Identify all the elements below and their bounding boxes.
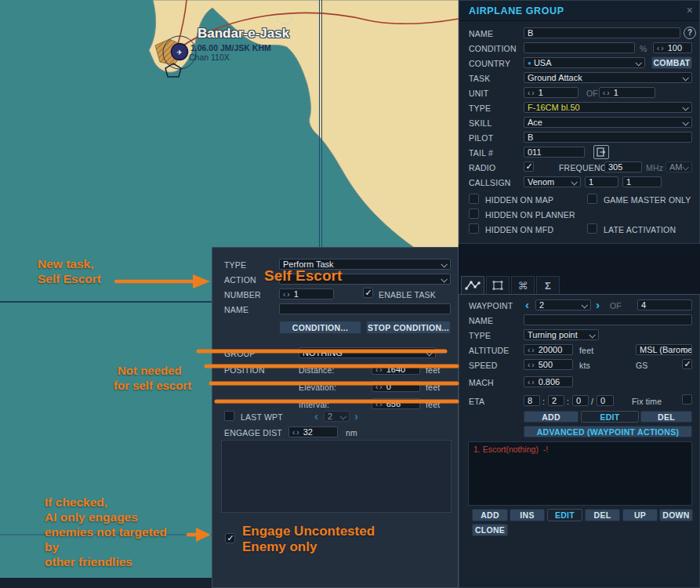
skill-dropdown[interactable]: Ace — [524, 117, 692, 128]
callsign-dropdown[interactable]: Venom — [524, 176, 581, 187]
mach-label: MACH — [469, 378, 494, 387]
wp-add-button[interactable]: ADD — [524, 411, 578, 423]
aircraft-type-dropdown[interactable]: F-16CM bl.50 — [524, 102, 692, 113]
engage-annotation-line2: Enemy only — [242, 539, 317, 555]
last-wpt-next-icon[interactable]: › — [354, 411, 358, 422]
frame-select-icon — [491, 280, 504, 291]
hidden-on-planner-checkbox[interactable] — [469, 209, 479, 219]
late-activation-checkbox[interactable] — [587, 223, 597, 234]
wp-name-field[interactable] — [524, 314, 692, 325]
dlg-number-label: NUMBER — [224, 290, 261, 299]
not-needed-annotation-line1: Not needed — [118, 364, 182, 377]
waypoint-number-dropdown[interactable]: 2 — [535, 299, 591, 310]
waypoint-prev-icon[interactable]: ‹ — [525, 299, 529, 310]
new-task-annotation-line1: New task, — [38, 257, 94, 271]
eta-minutes-field[interactable]: 2 — [548, 395, 564, 406]
modulation-dropdown[interactable]: AM — [666, 162, 692, 172]
waypoint-next-icon[interactable]: › — [596, 299, 600, 310]
gs-checkbox[interactable] — [682, 359, 692, 369]
name-label: NAME — [469, 29, 493, 38]
enable-task-checkbox[interactable] — [363, 288, 373, 298]
group-dropdown[interactable]: NOTHING — [299, 347, 436, 358]
tab-group-frame[interactable] — [486, 276, 510, 295]
close-icon[interactable]: × — [687, 4, 693, 16]
mach-spinner[interactable]: 0.806 — [524, 376, 573, 387]
unit-total-spinner[interactable]: 1 — [599, 87, 655, 98]
country-dropdown[interactable]: ● USA — [524, 57, 645, 68]
wp-del-button[interactable]: DEL — [640, 411, 692, 423]
airport-plane-glyph: ✈ — [176, 49, 183, 56]
waypoint-label: WAYPOINT — [469, 301, 513, 310]
waypoint-total-field[interactable]: 4 — [637, 299, 692, 310]
tab-actions[interactable]: ⌘ — [511, 276, 535, 295]
interval-spinner[interactable]: 656 — [372, 398, 420, 409]
dlg-number-spinner[interactable]: 1 — [279, 289, 334, 299]
callsign-num2-field[interactable]: 1 — [622, 176, 662, 187]
radio-checkbox[interactable] — [524, 162, 534, 172]
waypoint-actions-list[interactable]: 1. Escort(nothing) -! — [468, 441, 692, 506]
eta-day-field[interactable]: 0 — [597, 395, 614, 406]
task-dropdown[interactable]: Ground Attack — [524, 72, 692, 83]
altitude-spinner[interactable]: 20000 — [524, 344, 573, 355]
engage-uncontested-checkbox[interactable] — [225, 533, 235, 543]
distance-feet-label: feet — [426, 365, 440, 375]
elevation-feet-label: feet — [426, 383, 440, 392]
condition-spinner[interactable]: 100 — [653, 42, 692, 53]
condition-label: CONDITION — [469, 44, 517, 53]
list-add-button[interactable]: ADD — [472, 509, 508, 521]
elevation-spinner[interactable]: 0 — [372, 381, 420, 392]
interval-feet-label: feet — [426, 400, 440, 409]
combat-button[interactable]: COMBAT — [651, 56, 692, 69]
fix-time-checkbox[interactable] — [682, 394, 692, 405]
wp-type-label: TYPE — [469, 331, 491, 340]
advanced-waypoint-actions-button[interactable]: ADVANCED (WAYPOINT ACTIONS) — [524, 426, 692, 437]
tail-number-label: TAIL # — [469, 148, 493, 158]
callsign-num1-field[interactable]: 1 — [585, 176, 618, 187]
list-edit-button[interactable]: EDIT — [547, 509, 582, 521]
hidden-on-mfd-checkbox[interactable] — [469, 223, 479, 234]
engage-dist-spinner[interactable]: 32 — [288, 426, 338, 437]
action-list-item[interactable]: 1. Escort(nothing) -! — [473, 445, 548, 454]
elevation-label: Elevation: — [299, 383, 336, 392]
wp-edit-button[interactable]: EDIT — [581, 411, 639, 423]
eta-hours-field[interactable]: 8 — [524, 395, 540, 406]
stop-condition-button[interactable]: STOP CONDITION... — [366, 321, 451, 334]
speed-label: SPEED — [469, 361, 498, 370]
last-wpt-prev-icon[interactable]: ‹ — [314, 411, 318, 422]
list-ins-button[interactable]: INS — [510, 509, 545, 521]
unit-spinner[interactable]: 1 — [524, 87, 578, 98]
list-down-button[interactable]: DOWN — [659, 509, 693, 521]
bottom-bar-edge — [0, 578, 212, 588]
dlg-target-list[interactable] — [221, 440, 452, 513]
eta-seconds-field[interactable]: 0 — [572, 395, 589, 406]
new-task-annotation-line2: Self Escort — [38, 272, 101, 286]
tab-summary[interactable]: Σ — [536, 276, 560, 295]
country-label: COUNTRY — [469, 59, 510, 68]
tab-route[interactable] — [461, 276, 484, 295]
list-up-button[interactable]: UP — [622, 509, 658, 521]
list-del-button[interactable]: DEL — [585, 509, 620, 521]
dlg-name-field[interactable] — [279, 303, 451, 314]
last-wpt-checkbox[interactable] — [224, 411, 234, 421]
distance-spinner[interactable]: 1640 — [372, 364, 420, 375]
pilot-field[interactable]: B — [524, 132, 692, 143]
game-master-only-checkbox[interactable] — [587, 194, 597, 204]
frequency-field[interactable]: 305 — [604, 162, 642, 172]
group-name-field[interactable]: B — [524, 27, 680, 38]
condition-field[interactable] — [524, 42, 635, 53]
percent-label: % — [640, 44, 647, 53]
hidden-on-planner-label: HIDDEN ON PLANNER — [485, 210, 575, 220]
wp-type-dropdown[interactable]: Turning point — [524, 329, 599, 340]
tail-number-field[interactable]: 011 — [524, 147, 585, 158]
eta-slash: / — [591, 397, 593, 406]
speed-spinner[interactable]: 500 — [524, 359, 573, 370]
altitude-ref-dropdown[interactable]: MSL (Barome — [636, 344, 692, 355]
help-button[interactable]: ? — [684, 27, 696, 39]
condition-button[interactable]: CONDITION... — [279, 321, 361, 334]
copy-tail-button[interactable] — [593, 145, 609, 159]
interval-label: Interval: — [299, 400, 329, 409]
eta-label: ETA — [469, 397, 484, 406]
last-wpt-dropdown[interactable]: 2 — [324, 411, 350, 422]
list-clone-button[interactable]: CLONE — [472, 524, 508, 536]
hidden-on-map-checkbox[interactable] — [469, 194, 479, 204]
